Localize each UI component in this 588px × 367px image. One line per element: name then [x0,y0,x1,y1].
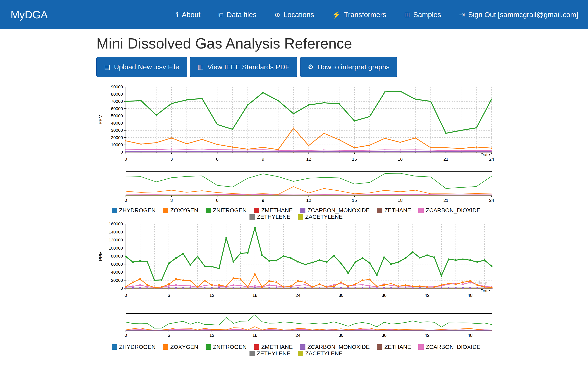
legend-label: ZMETHANE [261,207,293,214]
legend-label: ZOXYGEN [170,207,198,214]
svg-text:10000: 10000 [111,142,123,147]
svg-text:24: 24 [489,198,494,203]
svg-text:PPM: PPM [98,115,103,124]
upload-csv-button[interactable]: ▤ Upload New .csv File [96,57,187,77]
legend-label: ZHYDROGEN [119,344,156,350]
info-icon: ℹ [176,11,178,18]
main-content: Mini Dissolved Gas Analysis Reference ▤ … [0,35,588,367]
legend-label: ZCARBON_DIOXIDE [426,344,480,350]
how-to-interpret-button[interactable]: ⚙ How to interpret graphs [300,57,397,77]
navbar: MyDGA ℹ About ⧉ Data files ⊕ Locations ⚡… [0,0,588,29]
legend-swatch [298,214,303,220]
button-label: View IEEE Standards PDF [208,63,290,71]
svg-text:9: 9 [262,157,264,162]
svg-text:0: 0 [125,157,127,162]
nav-item-data-files[interactable]: ⧉ Data files [218,11,256,19]
svg-text:80000: 80000 [111,92,123,96]
svg-text:30000: 30000 [111,128,123,133]
svg-text:0: 0 [121,150,123,154]
svg-text:24: 24 [295,333,300,338]
legend-swatch [298,351,303,356]
svg-text:9: 9 [262,198,264,203]
legend-item[interactable]: ZACETYLENE [298,214,343,220]
nav-label: Sign Out [sammcgrail@gmail.com] [468,11,578,19]
legend-item[interactable]: ZCARBON_MONOXIDE [300,344,370,350]
legend-item[interactable]: ZCARBON_DIOXIDE [418,344,480,350]
legend-swatch [112,344,117,350]
chart-legend-1: ZHYDROGENZOXYGENZNITROGENZMETHANEZCARBON… [96,207,496,220]
file-icon: ▤ [104,64,110,70]
svg-text:0: 0 [125,198,127,203]
legend-item[interactable]: ZNITROGEN [206,207,247,214]
svg-text:42: 42 [425,333,430,338]
legend-swatch [250,214,255,220]
legend-label: ZACETYLENE [305,350,343,357]
legend-item[interactable]: ZETHYLENE [250,350,291,357]
legend-label: ZETHYLENE [257,350,291,357]
legend-item[interactable]: ZETHANE [377,207,411,214]
legend-label: ZCARBON_MONOXIDE [307,344,370,350]
gear-icon: ⚙ [308,64,314,70]
nav-item-about[interactable]: ℹ About [176,11,200,19]
svg-text:PPM: PPM [98,251,103,261]
action-button-row: ▤ Upload New .csv File ▥ View IEEE Stand… [96,57,588,77]
nav-list: ℹ About ⧉ Data files ⊕ Locations ⚡ Trans… [176,11,578,19]
svg-text:40000: 40000 [111,270,123,275]
nav-item-samples[interactable]: ⊞ Samples [404,11,441,19]
button-label: Upload New .csv File [114,63,179,71]
svg-text:20000: 20000 [111,135,123,140]
svg-text:3: 3 [170,198,173,203]
brand-logo[interactable]: MyDGA [11,8,48,21]
legend-item[interactable]: ZMETHANE [254,207,293,214]
legend-item[interactable]: ZOXYGEN [163,344,198,350]
legend-label: ZCARBON_DIOXIDE [426,207,480,214]
legend-swatch [300,344,305,350]
nav-item-sign-out[interactable]: ⇥ Sign Out [sammcgrail@gmail.com] [459,11,578,19]
nav-item-locations[interactable]: ⊕ Locations [274,11,314,19]
svg-text:30: 30 [338,333,343,338]
legend-item[interactable]: ZNITROGEN [206,344,247,350]
legend-item[interactable]: ZHYDROGEN [112,344,156,350]
table-icon: ⊞ [404,11,410,18]
legend-item[interactable]: ZACETYLENE [298,350,343,357]
overview-brush-chart-1[interactable]: 03691215182124 [96,171,496,203]
legend-item[interactable]: ZETHYLENE [250,214,291,220]
legend-item[interactable]: ZHYDROGEN [112,207,156,214]
svg-text:140000: 140000 [109,229,123,234]
main-chart-1[interactable]: 0100002000030000400005000060000700008000… [96,84,496,164]
svg-text:Date: Date [481,152,490,157]
svg-text:12: 12 [306,198,311,203]
signout-icon: ⇥ [459,11,465,18]
svg-text:60000: 60000 [111,106,123,111]
legend-item[interactable]: ZMETHANE [254,344,293,350]
svg-text:24: 24 [489,157,494,162]
svg-text:0: 0 [125,293,127,298]
legend-label: ZMETHANE [261,344,293,350]
legend-swatch [250,351,255,356]
legend-label: ZETHANE [384,207,411,214]
legend-swatch [206,344,211,350]
svg-text:18: 18 [252,333,257,338]
pdf-icon: ▥ [198,64,204,70]
legend-label: ZETHYLENE [257,214,291,220]
legend-label: ZOXYGEN [170,344,198,350]
legend-swatch [254,344,259,350]
legend-item[interactable]: ZCARBON_MONOXIDE [300,207,370,214]
svg-text:21: 21 [443,157,448,162]
svg-text:0: 0 [125,333,127,338]
nav-label: Locations [283,11,314,19]
legend-swatch [163,344,168,350]
svg-text:6: 6 [216,157,218,162]
legend-item[interactable]: ZCARBON_DIOXIDE [418,207,480,214]
nav-label: Samples [413,11,441,19]
main-chart-2[interactable]: 0200004000060000800001000001200001400001… [96,221,496,300]
legend-item[interactable]: ZETHANE [377,344,411,350]
svg-text:90000: 90000 [111,84,123,89]
nav-item-transformers[interactable]: ⚡ Transformers [332,11,386,19]
svg-text:12: 12 [209,333,214,338]
legend-item[interactable]: ZOXYGEN [163,207,198,214]
legend-swatch [163,208,168,213]
view-ieee-pdf-button[interactable]: ▥ View IEEE Standards PDF [190,57,297,77]
legend-swatch [300,208,305,213]
overview-brush-chart-2[interactable]: 0612182430364248 [96,313,496,338]
